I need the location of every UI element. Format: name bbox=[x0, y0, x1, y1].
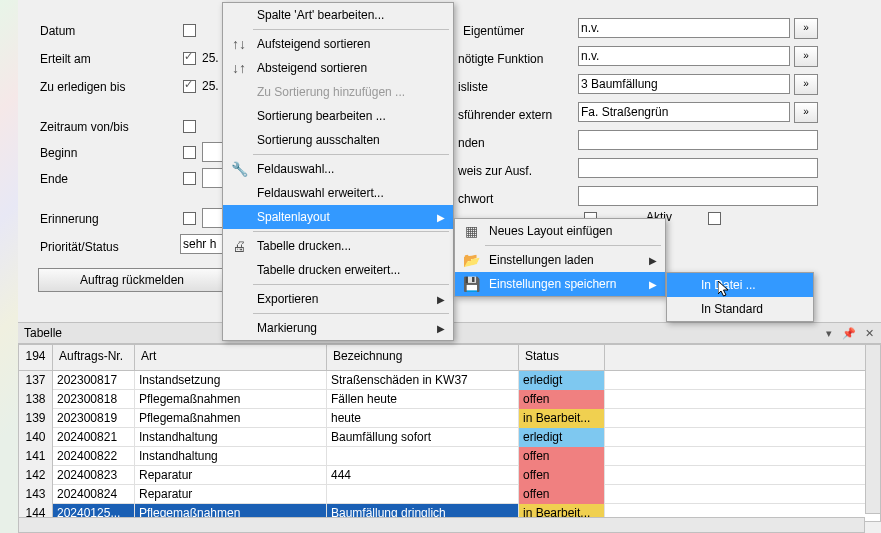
menu-drucken-erw[interactable]: Tabelle drucken erweitert... bbox=[223, 258, 453, 282]
check-zu-erledigen[interactable] bbox=[183, 80, 196, 93]
submenu-layout[interactable]: ▦Neues Layout einfügen 📂Einstellungen la… bbox=[454, 218, 666, 297]
cell-nr: 202300817 bbox=[53, 371, 135, 390]
menu-desc[interactable]: ↓↑Absteigend sortieren bbox=[223, 56, 453, 80]
label-chwort: chwort bbox=[458, 188, 493, 210]
cell-nr: 202400823 bbox=[53, 466, 135, 485]
close-icon[interactable]: ✕ bbox=[861, 325, 877, 341]
cell-art: Instandhaltung bbox=[135, 428, 327, 447]
col-ix[interactable]: 194 bbox=[19, 345, 53, 371]
check-erteilt[interactable] bbox=[183, 52, 196, 65]
submenu-in-datei[interactable]: In Datei ... bbox=[667, 273, 813, 297]
menu-mark[interactable]: Markierung▶ bbox=[223, 316, 453, 340]
cell-nr: 202300818 bbox=[53, 390, 135, 409]
check-zeitraum[interactable] bbox=[183, 120, 196, 133]
grid-header[interactable]: 194 Auftrags-Nr. Art Bezeichnung Status bbox=[19, 345, 880, 371]
col-status[interactable]: Status bbox=[519, 345, 605, 371]
input-enden[interactable] bbox=[578, 130, 818, 150]
table-row[interactable]: 143202400824Reparaturoffen bbox=[19, 485, 880, 504]
chevron-right-icon: ▶ bbox=[649, 255, 657, 266]
submenu-laden[interactable]: 📂Einstellungen laden▶ bbox=[455, 248, 665, 272]
scrollbar-horizontal[interactable] bbox=[18, 517, 865, 533]
input-extern[interactable] bbox=[578, 102, 790, 122]
submenu-speichern-opt[interactable]: In Datei ... In Standard bbox=[666, 272, 814, 322]
cell-bez: heute bbox=[327, 409, 519, 428]
input-ende[interactable] bbox=[202, 168, 224, 188]
btn-rueckmelden[interactable]: Auftrag rückmelden bbox=[38, 268, 226, 292]
col-bez[interactable]: Bezeichnung bbox=[327, 345, 519, 371]
check-aktiv[interactable] bbox=[708, 212, 721, 225]
chevron-right-icon: ▶ bbox=[437, 212, 445, 223]
val-zu-erledigen: 25. bbox=[202, 79, 219, 93]
dropdown-tool-icon[interactable]: ▾ bbox=[821, 325, 837, 341]
btn-eig-more[interactable]: » bbox=[794, 18, 818, 39]
submenu-speichern[interactable]: 💾Einstellungen speichern▶ bbox=[455, 272, 665, 296]
submenu-neu[interactable]: ▦Neues Layout einfügen bbox=[455, 219, 665, 243]
check-beginn[interactable] bbox=[183, 146, 196, 159]
check-erinnerung[interactable] bbox=[183, 212, 196, 225]
save-icon: 💾 bbox=[459, 272, 483, 296]
scrollbar-vertical[interactable] bbox=[865, 344, 881, 514]
cell-bez bbox=[327, 447, 519, 466]
label-zeitraum: Zeitraum von/bis bbox=[40, 116, 129, 138]
sort-desc-icon: ↓↑ bbox=[227, 56, 251, 80]
cell-art: Reparatur bbox=[135, 485, 327, 504]
cell-bez: Fällen heute bbox=[327, 390, 519, 409]
cell-art: Reparatur bbox=[135, 466, 327, 485]
input-prioritaet[interactable] bbox=[180, 234, 226, 254]
menu-art-bearbeiten[interactable]: Spalte 'Art' bearbeiten... bbox=[223, 3, 453, 27]
input-ausf[interactable] bbox=[578, 158, 818, 178]
check-ende[interactable] bbox=[183, 172, 196, 185]
table-row[interactable]: 138202300818PflegemaßnahmenFällen heuteo… bbox=[19, 390, 880, 409]
tabelle-title: Tabelle bbox=[24, 326, 62, 340]
menu-asc[interactable]: ↑↓Aufsteigend sortieren bbox=[223, 32, 453, 56]
label-erteilt: Erteilt am bbox=[40, 48, 91, 70]
cell-art: Instandsetzung bbox=[135, 371, 327, 390]
label-erinnerung: Erinnerung bbox=[40, 208, 99, 230]
menu-feldaus-erw[interactable]: Feldauswahl erweitert... bbox=[223, 181, 453, 205]
label-preisliste: isliste bbox=[458, 76, 488, 98]
check-datum[interactable] bbox=[183, 24, 196, 37]
table-row[interactable]: 140202400821InstandhaltungBaumfällung so… bbox=[19, 428, 880, 447]
input-erinnerung[interactable] bbox=[202, 208, 224, 228]
menu-drucken[interactable]: 🖨Tabelle drucken... bbox=[223, 234, 453, 258]
chevron-right-icon: ▶ bbox=[649, 279, 657, 290]
context-menu[interactable]: Spalte 'Art' bearbeiten... ↑↓Aufsteigend… bbox=[222, 2, 454, 341]
menu-export[interactable]: Exportieren▶ bbox=[223, 287, 453, 311]
table-row[interactable]: 141202400822Instandhaltungoffen bbox=[19, 447, 880, 466]
cell-bez: Baumfällung sofort bbox=[327, 428, 519, 447]
pin-icon[interactable]: 📌 bbox=[841, 325, 857, 341]
input-chwort[interactable] bbox=[578, 186, 818, 206]
input-preisliste[interactable] bbox=[578, 74, 790, 94]
menu-sort-aus[interactable]: Sortierung ausschalten bbox=[223, 128, 453, 152]
label-beginn: Beginn bbox=[40, 142, 77, 164]
input-eigentuemer[interactable] bbox=[578, 18, 790, 38]
cell-status: offen bbox=[519, 447, 605, 466]
cell-art: Pflegemaßnahmen bbox=[135, 409, 327, 428]
cell-bez bbox=[327, 485, 519, 504]
cell-status: offen bbox=[519, 390, 605, 409]
cell-status: in Bearbeit... bbox=[519, 409, 605, 428]
grid[interactable]: 194 Auftrags-Nr. Art Bezeichnung Status … bbox=[18, 344, 881, 522]
menu-spaltenlayout[interactable]: Spaltenlayout▶ bbox=[223, 205, 453, 229]
menu-sort-bearb[interactable]: Sortierung bearbeiten ... bbox=[223, 104, 453, 128]
input-beginn[interactable] bbox=[202, 142, 224, 162]
col-auftrag[interactable]: Auftrags-Nr. bbox=[53, 345, 135, 371]
btn-funk-more[interactable]: » bbox=[794, 46, 818, 67]
table-row[interactable]: 139202300819Pflegemaßnahmenheutein Bearb… bbox=[19, 409, 880, 428]
table-row[interactable]: 142202400823Reparatur444offen bbox=[19, 466, 880, 485]
menu-feldaus[interactable]: 🔧Feldauswahl... bbox=[223, 157, 453, 181]
input-funktion[interactable] bbox=[578, 46, 790, 66]
chevron-right-icon: ▶ bbox=[437, 294, 445, 305]
btn-preis-more[interactable]: » bbox=[794, 74, 818, 95]
wrench-icon: 🔧 bbox=[227, 157, 251, 181]
label-ende: Ende bbox=[40, 168, 68, 190]
new-layout-icon: ▦ bbox=[459, 219, 483, 243]
btn-ext-more[interactable]: » bbox=[794, 102, 818, 123]
row-index: 139 bbox=[19, 409, 53, 428]
cell-status: offen bbox=[519, 485, 605, 504]
cell-bez: Straßenschäden in KW37 bbox=[327, 371, 519, 390]
row-index: 142 bbox=[19, 466, 53, 485]
submenu-in-standard[interactable]: In Standard bbox=[667, 297, 813, 321]
col-art[interactable]: Art bbox=[135, 345, 327, 371]
table-row[interactable]: 137202300817InstandsetzungStraßenschäden… bbox=[19, 371, 880, 390]
